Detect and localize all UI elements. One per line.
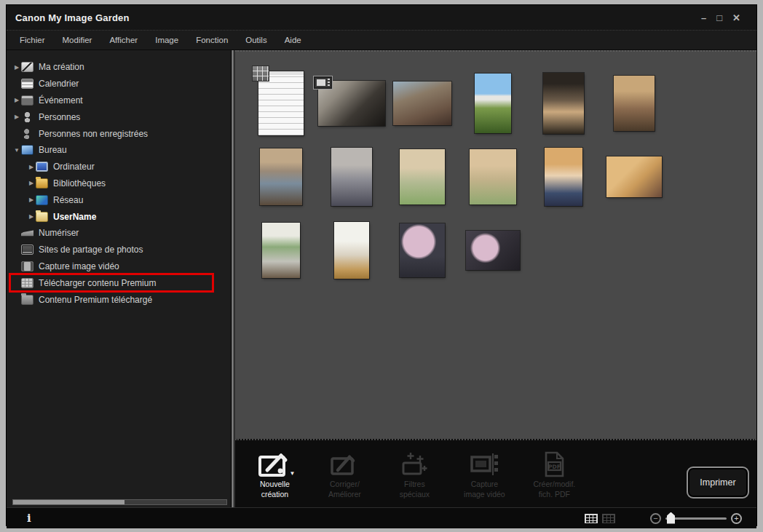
sidebar-item-label: Calendrier bbox=[39, 79, 79, 89]
sidebar: ▶Ma créationCalendrier▶Événement▶Personn… bbox=[7, 50, 230, 507]
zoom-out-icon[interactable]: − bbox=[650, 513, 661, 524]
tool-corriger-ameliorer: Corriger/ Améliorer bbox=[314, 450, 375, 499]
thumbnail-row bbox=[245, 213, 756, 287]
info-icon: i bbox=[18, 512, 31, 525]
sidebar-item-evenement[interactable]: ▶Événement bbox=[7, 92, 230, 109]
sidebar-item-bibliotheques[interactable]: ▶Bibliothèques bbox=[7, 175, 230, 192]
sidebar-horizontal-scrollbar[interactable] bbox=[12, 499, 227, 505]
menu-outils[interactable]: Outils bbox=[238, 36, 274, 44]
person-icon bbox=[21, 112, 33, 122]
sidebar-item-reseau[interactable]: ▶Réseau bbox=[7, 191, 230, 208]
thumbnail-cell bbox=[457, 66, 528, 140]
sidebar-item-label: Événement bbox=[39, 95, 83, 106]
title-bar: Canon My Image Garden –□✕ bbox=[7, 5, 756, 31]
expand-right-icon[interactable]: ▶ bbox=[27, 196, 36, 203]
tool-label: Filtres spéciaux bbox=[384, 480, 445, 499]
dropdown-arrow-icon[interactable]: ▼ bbox=[289, 470, 295, 477]
thumbnail-cell bbox=[387, 140, 457, 213]
sidebar-item-ordinateur[interactable]: ▶Ordinateur bbox=[7, 159, 230, 175]
thumbnail-family-at-table[interactable] bbox=[393, 82, 451, 125]
thumbnail-flower-field[interactable] bbox=[475, 74, 511, 133]
sidebar-item-label: Personnes non enregistrées bbox=[39, 129, 148, 139]
thumbnail-house-patio-2[interactable] bbox=[470, 149, 516, 205]
scanner-icon bbox=[21, 228, 33, 238]
zoom-slider-handle[interactable] bbox=[667, 512, 675, 524]
sidebar-item-label: Capture image vidéo bbox=[39, 261, 119, 271]
thumbnail-cell bbox=[457, 213, 528, 287]
tool-creermodif-fich-pdf: PDFCréer/modif. fich. PDF bbox=[523, 450, 585, 499]
network-icon bbox=[36, 195, 48, 205]
thumbnail-view-icon[interactable] bbox=[585, 514, 598, 523]
thumbnail-house-patio-1[interactable] bbox=[400, 149, 445, 205]
tool-label: Créer/modif. fich. PDF bbox=[523, 480, 585, 499]
sidebar-item-personnes[interactable]: ▶Personnes bbox=[7, 108, 230, 125]
menu-bar: FichierModifierAfficherImageFonctionOuti… bbox=[7, 31, 756, 50]
expand-right-icon[interactable]: ▶ bbox=[12, 114, 21, 120]
sidebar-item-label: Bureau bbox=[39, 145, 67, 155]
thumbnail-cell bbox=[387, 213, 457, 287]
thumbnail-child-at-table[interactable] bbox=[334, 222, 369, 279]
sidebar-item-capture-image-video[interactable]: Capture image vidéo bbox=[7, 258, 230, 275]
window-title: Canon My Image Garden bbox=[7, 12, 130, 23]
sidebar-item-bureau[interactable]: ▼Bureau bbox=[7, 142, 230, 159]
thumbnail-collage-document[interactable] bbox=[258, 71, 304, 135]
correct-enhance-icon bbox=[325, 450, 363, 478]
zoom-slider[interactable] bbox=[665, 517, 727, 520]
sidebar-item-sites-de-partage-de-photos[interactable]: Sites de partage de photos bbox=[7, 242, 230, 258]
thumbnail-child-bookshelf[interactable] bbox=[614, 76, 655, 131]
menu-image[interactable]: Image bbox=[148, 36, 186, 44]
sidebar-item-label: Réseau bbox=[53, 195, 83, 205]
minimize-button[interactable]: – bbox=[701, 13, 706, 23]
tool-filtres-speciaux: Filtres spéciaux bbox=[384, 450, 445, 499]
expand-down-icon[interactable]: ▼ bbox=[12, 147, 21, 154]
menu-fichier[interactable]: Fichier bbox=[12, 36, 52, 44]
thumbnail-umbrella-portrait[interactable] bbox=[400, 223, 445, 277]
sidebar-item-numeriser[interactable]: Numériser bbox=[7, 225, 230, 242]
thumbnail-children-by-tree[interactable] bbox=[331, 148, 372, 206]
sidebar-item-label: Numériser bbox=[39, 228, 79, 238]
expand-right-icon[interactable]: ▶ bbox=[27, 164, 36, 170]
sidebar-item-calendrier[interactable]: Calendrier bbox=[7, 76, 230, 92]
zoom-control: − + bbox=[650, 513, 742, 524]
maximize-button[interactable]: □ bbox=[716, 13, 722, 23]
thumbnail-cell bbox=[245, 140, 316, 213]
zoom-in-icon[interactable]: + bbox=[731, 513, 742, 524]
computer-icon bbox=[36, 162, 48, 172]
sidebar-item-username[interactable]: ▶UserName bbox=[7, 208, 230, 225]
sidebar-item-label: Contenu Premium téléchargé bbox=[39, 295, 152, 305]
thumbnail-umbrella-landscape[interactable] bbox=[466, 231, 520, 270]
sidebar-item-telecharger-contenu-premium[interactable]: Télécharger contenu Premium bbox=[7, 274, 230, 291]
tool-label: Capture image vidéo bbox=[454, 480, 515, 499]
thumbnail-cell bbox=[245, 213, 316, 287]
thumbnail-video-clip[interactable] bbox=[318, 81, 385, 126]
event-icon bbox=[21, 95, 33, 106]
thumbnail-grid bbox=[235, 50, 756, 439]
thumbnail-girl-by-fence[interactable] bbox=[260, 148, 302, 205]
thumbnail-child-in-car[interactable] bbox=[543, 73, 584, 134]
sidebar-item-contenu-premium-telecharge[interactable]: Contenu Premium téléchargé bbox=[7, 291, 230, 308]
menu-aide[interactable]: Aide bbox=[277, 36, 309, 44]
sidebar-item-personnes-non-enregistrees[interactable]: Personnes non enregistrées bbox=[7, 125, 230, 142]
tool-nouvelle-creation[interactable]: ▼Nouvelle création bbox=[244, 450, 305, 499]
expand-right-icon[interactable]: ▶ bbox=[12, 64, 21, 71]
sidebar-item-label: Télécharger contenu Premium bbox=[39, 278, 156, 288]
scrollbar-thumb[interactable] bbox=[13, 500, 124, 504]
video-badge-icon bbox=[313, 76, 333, 90]
menu-afficher[interactable]: Afficher bbox=[102, 36, 145, 44]
sidebar-splitter[interactable] bbox=[230, 50, 235, 507]
thumbnail-child-with-plant[interactable] bbox=[262, 223, 300, 278]
expand-right-icon[interactable]: ▶ bbox=[12, 97, 21, 103]
menu-modifier[interactable]: Modifier bbox=[55, 36, 100, 44]
sidebar-item-ma-creation[interactable]: ▶Ma création bbox=[7, 59, 230, 76]
thumbnail-baby-landscape[interactable] bbox=[606, 156, 662, 197]
menu-fonction[interactable]: Fonction bbox=[189, 36, 235, 44]
print-button[interactable]: Imprimer bbox=[687, 467, 749, 499]
view-toggles bbox=[585, 514, 615, 523]
details-view-icon[interactable] bbox=[602, 514, 615, 523]
thumbnail-baby-portrait[interactable] bbox=[545, 148, 582, 206]
tool-capture-image-video: Capture image vidéo bbox=[454, 450, 515, 499]
close-button[interactable]: ✕ bbox=[732, 13, 740, 23]
expand-right-icon[interactable]: ▶ bbox=[27, 213, 36, 220]
expand-right-icon[interactable]: ▶ bbox=[27, 180, 36, 186]
content-region: ▶Ma créationCalendrier▶Événement▶Personn… bbox=[7, 50, 756, 507]
